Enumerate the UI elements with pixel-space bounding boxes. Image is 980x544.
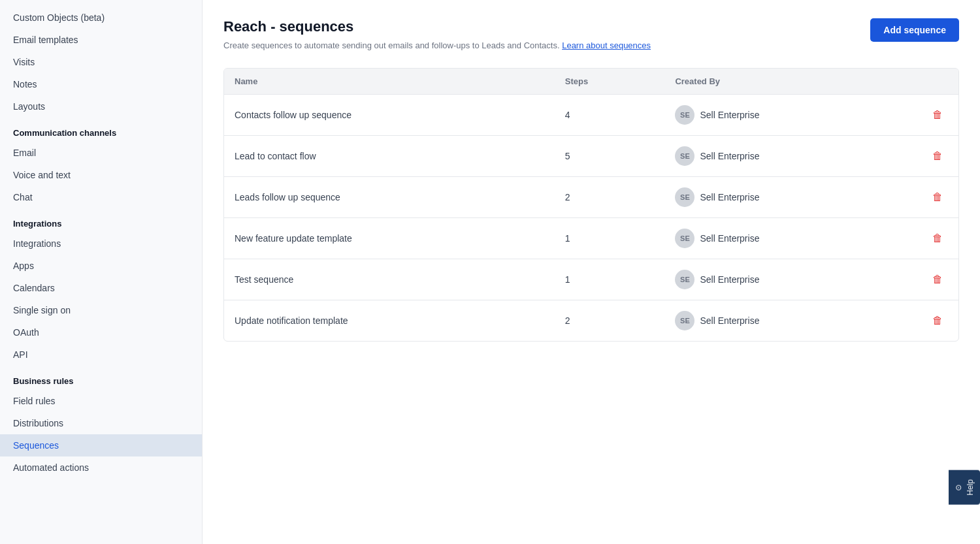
table-header: Name Steps Created By (224, 69, 958, 95)
cell-steps: 4 (555, 94, 665, 135)
avatar: SE (675, 187, 694, 207)
cell-created-by: SE Sell Enterprise (664, 217, 885, 259)
table-row: New feature update template 1 SE Sell En… (224, 217, 958, 259)
delete-row-button[interactable]: 🗑 (927, 271, 948, 288)
cell-name: Update notification template (224, 300, 555, 341)
cell-action: 🗑 (885, 176, 958, 217)
sidebar-item-notes[interactable]: Notes (0, 73, 202, 95)
avatar: SE (675, 311, 694, 330)
created-by-name: Sell Enterprise (700, 110, 759, 120)
created-by-name: Sell Enterprise (700, 151, 759, 161)
sidebar-item-integrations[interactable]: Integrations (0, 232, 202, 255)
sidebar-item-voice-and-text[interactable]: Voice and text (0, 164, 202, 186)
avatar: SE (675, 105, 694, 125)
table-body: Contacts follow up sequence 4 SE Sell En… (224, 94, 958, 341)
table-row: Update notification template 2 SE Sell E… (224, 300, 958, 341)
cell-action: 🗑 (885, 259, 958, 300)
table-row: Lead to contact flow 5 SE Sell Enterpris… (224, 135, 958, 176)
avatar: SE (675, 270, 694, 289)
sidebar-item-custom-objects[interactable]: Custom Objects (beta) (0, 7, 202, 29)
cell-steps: 5 (555, 135, 665, 176)
cell-steps: 2 (555, 176, 665, 217)
created-by-name: Sell Enterprise (700, 233, 759, 244)
sidebar-item-chat[interactable]: Chat (0, 186, 202, 208)
column-header-steps: Steps (555, 69, 665, 95)
learn-about-sequences-link[interactable]: Learn about sequences (562, 40, 651, 50)
avatar: SE (675, 229, 694, 248)
table-row: Leads follow up sequence 2 SE Sell Enter… (224, 176, 958, 217)
cell-action: 🗑 (885, 217, 958, 259)
cell-name: Contacts follow up sequence (224, 94, 555, 135)
main-content: Reach - sequences Create sequences to au… (203, 0, 980, 544)
sidebar-item-sequences[interactable]: Sequences (0, 434, 202, 456)
sidebar-section-header-business-rules: Business rules (0, 366, 202, 390)
page-header: Reach - sequences Create sequences to au… (223, 18, 959, 52)
column-header-created-by: Created By (664, 69, 885, 95)
sidebar-item-single-sign-on[interactable]: Single sign on (0, 299, 202, 321)
sidebar: Custom Objects (beta)Email templatesVisi… (0, 0, 203, 544)
cell-created-by: SE Sell Enterprise (664, 300, 885, 341)
sidebar-item-email-templates[interactable]: Email templates (0, 29, 202, 51)
sidebar-item-apps[interactable]: Apps (0, 255, 202, 277)
created-by-name: Sell Enterprise (700, 192, 759, 202)
cell-steps: 1 (555, 217, 665, 259)
sidebar-section-header-integrations: Integrations (0, 208, 202, 232)
sidebar-item-calendars[interactable]: Calendars (0, 277, 202, 299)
cell-action: 🗑 (885, 94, 958, 135)
cell-name: Lead to contact flow (224, 135, 555, 176)
page-subtitle: Create sequences to automate sending out… (223, 39, 651, 52)
delete-row-button[interactable]: 🗑 (927, 106, 948, 123)
delete-row-button[interactable]: 🗑 (927, 312, 948, 329)
table-row: Test sequence 1 SE Sell Enterprise 🗑 (224, 259, 958, 300)
help-icon: ⊙ (954, 485, 963, 491)
cell-steps: 2 (555, 300, 665, 341)
sidebar-item-automated-actions[interactable]: Automated actions (0, 456, 202, 479)
sidebar-item-api[interactable]: API (0, 344, 202, 366)
cell-name: Test sequence (224, 259, 555, 300)
delete-row-button[interactable]: 🗑 (927, 230, 948, 247)
cell-created-by: SE Sell Enterprise (664, 94, 885, 135)
cell-action: 🗑 (885, 135, 958, 176)
cell-created-by: SE Sell Enterprise (664, 135, 885, 176)
sequences-table-container: Name Steps Created By Contacts follow up… (223, 68, 959, 342)
avatar: SE (675, 146, 694, 166)
cell-name: New feature update template (224, 217, 555, 259)
help-button[interactable]: ⊙ Help (949, 470, 980, 505)
page-title: Reach - sequences (223, 18, 651, 35)
cell-action: 🗑 (885, 300, 958, 341)
column-header-action (885, 69, 958, 95)
sidebar-item-email[interactable]: Email (0, 142, 202, 164)
cell-name: Leads follow up sequence (224, 176, 555, 217)
created-by-name: Sell Enterprise (700, 315, 759, 326)
column-header-name: Name (224, 69, 555, 95)
sidebar-item-field-rules[interactable]: Field rules (0, 390, 202, 412)
delete-row-button[interactable]: 🗑 (927, 148, 948, 165)
sidebar-item-layouts[interactable]: Layouts (0, 95, 202, 118)
sidebar-section-header-communication-channels: Communication channels (0, 118, 202, 142)
cell-created-by: SE Sell Enterprise (664, 176, 885, 217)
add-sequence-button[interactable]: Add sequence (870, 18, 959, 42)
created-by-name: Sell Enterprise (700, 274, 759, 285)
sequences-table: Name Steps Created By Contacts follow up… (224, 69, 958, 341)
cell-created-by: SE Sell Enterprise (664, 259, 885, 300)
page-header-text: Reach - sequences Create sequences to au… (223, 18, 651, 52)
sidebar-item-oauth[interactable]: OAuth (0, 321, 202, 344)
sidebar-item-distributions[interactable]: Distributions (0, 412, 202, 434)
delete-row-button[interactable]: 🗑 (927, 189, 948, 206)
table-row: Contacts follow up sequence 4 SE Sell En… (224, 94, 958, 135)
cell-steps: 1 (555, 259, 665, 300)
help-label: Help (966, 479, 975, 496)
sidebar-item-visits[interactable]: Visits (0, 51, 202, 73)
